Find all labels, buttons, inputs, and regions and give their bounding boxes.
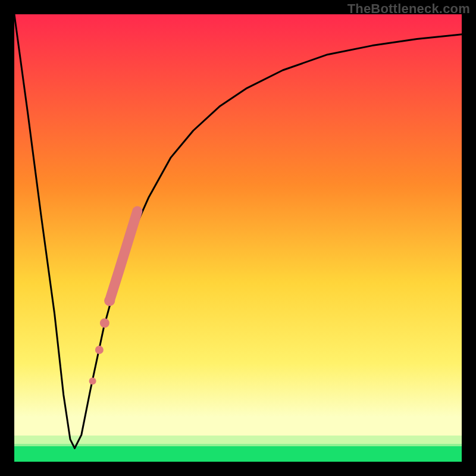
gradient-background (14, 14, 462, 462)
watermark-text: TheBottleneck.com (347, 1, 470, 17)
highlight-dot (95, 346, 104, 354)
green-fade (14, 436, 462, 446)
plot-area (14, 14, 462, 462)
highlight-dot (89, 378, 96, 385)
green-band (14, 444, 462, 462)
chart-frame: TheBottleneck.com (0, 0, 476, 476)
highlight-dot (104, 295, 115, 306)
highlight-dot (100, 318, 109, 328)
chart-svg (14, 14, 462, 462)
